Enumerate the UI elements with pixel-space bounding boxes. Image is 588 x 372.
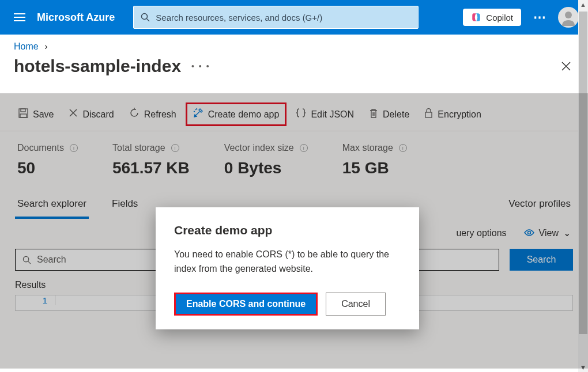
more-options-icon[interactable]: • • • — [191, 62, 210, 71]
modal-button-row: Enable CORS and continue Cancel — [174, 293, 401, 316]
close-blade-button[interactable] — [558, 58, 574, 74]
create-demo-app-modal: Create demo app You need to enable CORS … — [156, 207, 419, 329]
enable-cors-button[interactable]: Enable CORS and continue — [174, 293, 318, 316]
modal-body: You need to enable CORS (*) to be able t… — [174, 248, 401, 276]
hamburger-menu-icon[interactable] — [9, 7, 30, 28]
modal-title: Create demo app — [174, 223, 401, 237]
breadcrumb: Home › — [0, 35, 588, 56]
copilot-icon — [471, 12, 481, 22]
global-search-input[interactable]: Search resources, services, and docs (G+… — [133, 6, 419, 29]
brand-label[interactable]: Microsoft Azure — [37, 12, 126, 24]
cancel-button[interactable]: Cancel — [326, 293, 386, 316]
more-menu-icon[interactable]: ⋯ — [528, 10, 551, 25]
azure-top-bar: Microsoft Azure Search resources, servic… — [0, 0, 588, 35]
scroll-up-arrow-icon[interactable]: ▲ — [580, 1, 586, 8]
page-title-bar: hotels-sample-index • • • — [0, 56, 588, 93]
chevron-right-icon: › — [44, 41, 47, 51]
search-placeholder: Search resources, services, and docs (G+… — [156, 13, 322, 22]
breadcrumb-home-link[interactable]: Home — [14, 41, 39, 51]
svg-point-1 — [565, 12, 572, 18]
svg-point-0 — [142, 14, 148, 20]
user-avatar[interactable] — [558, 7, 579, 28]
copilot-button[interactable]: Copilot — [463, 9, 521, 26]
search-icon — [141, 13, 150, 22]
page-title: hotels-sample-index — [14, 56, 181, 76]
